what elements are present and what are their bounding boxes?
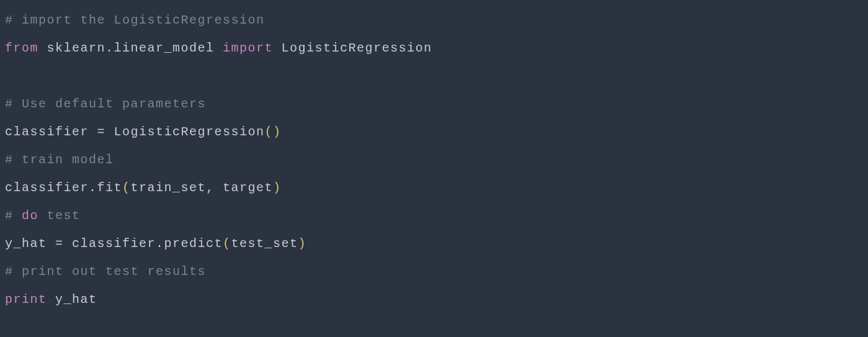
code-line-2: from sklearn.linear_model import Logisti… (5, 34, 863, 62)
comment: # Use default parameters (5, 97, 206, 111)
code-line-8: # do test (5, 202, 863, 230)
comment: # import the LogisticRegression (5, 13, 265, 27)
keyword-print: print (5, 292, 47, 307)
call-name: LogisticRegression (105, 125, 265, 139)
keyword-import: import (223, 41, 273, 55)
comment-test: test (38, 209, 81, 223)
code-editor[interactable]: # import the LogisticRegression from skl… (5, 6, 863, 313)
code-line-6: # train model (5, 146, 863, 174)
arguments: test_set (231, 236, 298, 251)
call-name: classifier.fit (5, 181, 122, 195)
paren-close: ) (298, 236, 307, 251)
paren-open: ( (265, 125, 274, 139)
call-name: classifier.predict (64, 236, 223, 251)
code-line-10: # print out test results (5, 258, 863, 285)
comment: # print out test results (5, 264, 206, 279)
print-arg: y_hat (47, 292, 97, 307)
code-line-4: # Use default parameters (5, 90, 863, 118)
arguments: train_set, target (131, 181, 274, 195)
variable: y_hat (5, 236, 55, 251)
keyword-from: from (5, 41, 38, 55)
variable: classifier (5, 125, 97, 139)
paren-close: ) (273, 125, 282, 139)
module-name: sklearn.linear_model (38, 41, 223, 55)
comment: # train model (5, 153, 114, 167)
comment-hash: # (5, 209, 22, 223)
code-line-11: print y_hat (5, 285, 863, 313)
code-line-9: y_hat = classifier.predict(test_set) (5, 230, 863, 258)
class-name: LogisticRegression (273, 41, 432, 55)
paren-close: ) (273, 181, 282, 195)
equals: = (97, 125, 106, 139)
equals: = (55, 236, 64, 251)
code-line-1: # import the LogisticRegression (5, 6, 863, 34)
code-line-7: classifier.fit(train_set, target) (5, 174, 863, 202)
paren-open: ( (223, 236, 231, 251)
paren-open: ( (122, 181, 131, 195)
blank-line (5, 62, 863, 90)
code-line-5: classifier = LogisticRegression() (5, 118, 863, 146)
comment-do: do (22, 209, 38, 223)
